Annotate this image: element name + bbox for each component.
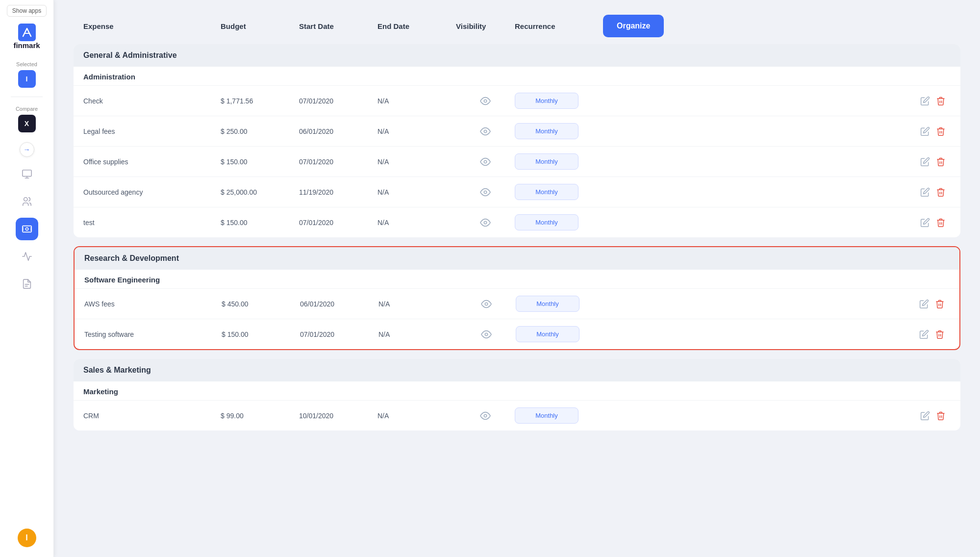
table-row: Testing software $ 150.00 07/01/2020 N/A… — [75, 319, 959, 349]
administration-title: Administration — [83, 73, 135, 81]
expense-start-date: 06/01/2020 — [299, 127, 377, 135]
col-recurrence: Recurrence — [515, 22, 603, 30]
col-budget: Budget — [221, 22, 299, 30]
delete-icon[interactable] — [936, 218, 946, 228]
svg-point-10 — [484, 130, 487, 133]
row-actions — [603, 127, 951, 136]
sidebar: Show apps finmark Selected I Compare X → — [0, 0, 54, 557]
expense-budget: $ 99.00 — [221, 412, 299, 420]
sidebar-item-doc[interactable] — [16, 273, 38, 295]
recurrence-badge[interactable]: Monthly — [515, 214, 578, 230]
sidebar-item-monitor[interactable] — [16, 163, 38, 185]
recurrence-cell: Monthly — [515, 184, 603, 200]
delete-icon[interactable] — [936, 187, 946, 197]
organize-btn-cell: Organize — [603, 15, 951, 37]
svg-point-16 — [484, 414, 487, 417]
research-dev-title-row: Research & Development — [75, 247, 959, 270]
expense-name: Legal fees — [83, 127, 221, 135]
general-admin-title-row: General & Administrative — [74, 44, 960, 67]
administration-title-row: Administration — [74, 67, 960, 85]
col-expense: Expense — [83, 22, 221, 30]
recurrence-cell: Monthly — [516, 326, 604, 342]
edit-icon[interactable] — [920, 157, 930, 167]
recurrence-badge[interactable]: Monthly — [516, 296, 579, 312]
edit-icon[interactable] — [920, 411, 930, 421]
table-header: Expense Budget Start Date End Date Visib… — [74, 15, 960, 44]
recurrence-cell: Monthly — [515, 93, 603, 109]
eye-icon — [481, 329, 492, 340]
expense-start-date: 10/01/2020 — [299, 412, 377, 420]
svg-rect-1 — [22, 170, 31, 177]
software-engineering-title-row: Software Engineering — [75, 270, 959, 288]
edit-icon[interactable] — [919, 329, 929, 339]
expense-start-date: 11/19/2020 — [299, 188, 377, 196]
table-row: Office supplies $ 150.00 07/01/2020 N/A … — [74, 146, 960, 177]
expense-end-date: N/A — [378, 300, 457, 308]
expense-visibility — [456, 126, 515, 137]
sidebar-item-budget[interactable] — [16, 218, 38, 240]
expense-name: Testing software — [84, 330, 222, 338]
section-research-dev: Research & Development Software Engineer… — [74, 246, 960, 350]
show-apps-button[interactable]: Show apps — [7, 5, 47, 17]
recurrence-badge[interactable]: Monthly — [515, 123, 578, 139]
svg-point-14 — [485, 303, 488, 305]
recurrence-badge[interactable]: Monthly — [515, 407, 578, 424]
table-row: AWS fees $ 450.00 06/01/2020 N/A Monthly — [75, 288, 959, 319]
recurrence-badge[interactable]: Monthly — [515, 153, 578, 170]
svg-point-11 — [484, 160, 487, 163]
recurrence-badge[interactable]: Monthly — [516, 326, 579, 342]
compare-section: Compare X — [0, 102, 53, 136]
row-actions — [604, 299, 950, 309]
edit-icon[interactable] — [920, 187, 930, 197]
sidebar-toggle-arrow[interactable]: → — [20, 142, 34, 157]
expense-name: test — [83, 219, 221, 227]
edit-icon[interactable] — [920, 127, 930, 136]
expense-end-date: N/A — [377, 412, 456, 420]
delete-icon[interactable] — [936, 411, 946, 421]
col-end-date: End Date — [377, 22, 456, 30]
sidebar-item-chart[interactable] — [16, 245, 38, 268]
eye-icon — [480, 156, 491, 167]
edit-icon[interactable] — [919, 299, 929, 309]
delete-icon[interactable] — [936, 157, 946, 167]
row-actions — [603, 96, 951, 106]
finmark-logo-icon — [18, 24, 36, 41]
selected-avatar[interactable]: I — [18, 70, 36, 88]
compare-label: Compare — [16, 106, 38, 112]
expense-end-date: N/A — [377, 188, 456, 196]
sidebar-bottom: I — [18, 529, 36, 547]
delete-icon[interactable] — [935, 329, 945, 339]
col-visibility: Visibility — [456, 22, 515, 30]
expense-start-date: 06/01/2020 — [300, 300, 378, 308]
expense-start-date: 07/01/2020 — [299, 219, 377, 227]
recurrence-cell: Monthly — [515, 153, 603, 170]
table-row: Legal fees $ 250.00 06/01/2020 N/A Month… — [74, 116, 960, 146]
sidebar-item-people[interactable] — [16, 190, 38, 213]
marketing-title: Marketing — [83, 387, 118, 396]
recurrence-badge[interactable]: Monthly — [515, 184, 578, 200]
delete-icon[interactable] — [936, 127, 946, 136]
expense-visibility — [457, 329, 516, 340]
recurrence-badge[interactable]: Monthly — [515, 93, 578, 109]
sales-marketing-title-row: Sales & Marketing — [74, 359, 960, 381]
eye-icon — [480, 96, 491, 106]
row-actions — [604, 329, 950, 339]
expense-budget: $ 150.00 — [221, 219, 299, 227]
delete-icon[interactable] — [936, 96, 946, 106]
compare-avatar[interactable]: X — [18, 115, 36, 132]
expense-name: AWS fees — [84, 300, 222, 308]
section-general-admin: General & Administrative Administration … — [74, 44, 960, 237]
expense-start-date: 07/01/2020 — [300, 330, 378, 338]
edit-icon[interactable] — [920, 96, 930, 106]
recurrence-cell: Monthly — [515, 214, 603, 230]
edit-icon[interactable] — [920, 218, 930, 228]
svg-point-9 — [484, 100, 487, 102]
marketing-title-row: Marketing — [74, 381, 960, 400]
delete-icon[interactable] — [935, 299, 945, 309]
logo-text: finmark — [13, 41, 40, 50]
user-avatar[interactable]: I — [18, 529, 36, 547]
expense-name: CRM — [83, 412, 221, 420]
expense-start-date: 07/01/2020 — [299, 158, 377, 166]
col-start-date: Start Date — [299, 22, 377, 30]
organize-button[interactable]: Organize — [603, 15, 664, 37]
